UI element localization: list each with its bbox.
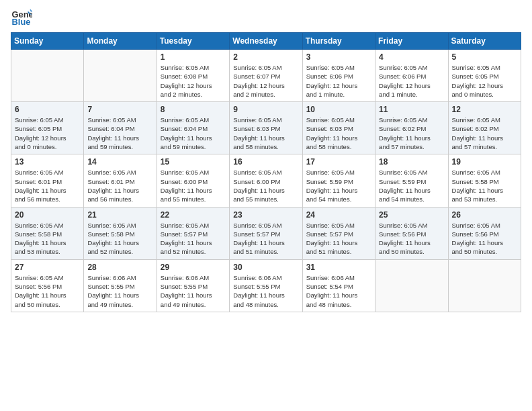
calendar-cell: 23Sunrise: 6:05 AM Sunset: 5:57 PM Dayli… bbox=[230, 207, 302, 259]
day-number: 5 bbox=[452, 52, 517, 62]
day-info: Sunrise: 6:05 AM Sunset: 5:59 PM Dayligh… bbox=[379, 168, 444, 203]
calendar-page: General Blue SundayMondayTuesdayWednesda… bbox=[0, 0, 532, 411]
calendar-cell: 8Sunrise: 6:05 AM Sunset: 6:04 PM Daylig… bbox=[157, 102, 229, 154]
calendar-cell: 9Sunrise: 6:05 AM Sunset: 6:03 PM Daylig… bbox=[230, 102, 302, 154]
day-number: 20 bbox=[15, 210, 80, 220]
day-number: 21 bbox=[87, 210, 152, 220]
day-info: Sunrise: 6:05 AM Sunset: 5:56 PM Dayligh… bbox=[15, 273, 80, 309]
calendar-cell: 25Sunrise: 6:05 AM Sunset: 5:56 PM Dayli… bbox=[375, 207, 448, 259]
calendar-cell bbox=[375, 259, 448, 312]
day-info: Sunrise: 6:05 AM Sunset: 6:02 PM Dayligh… bbox=[379, 116, 444, 151]
day-number: 30 bbox=[233, 263, 298, 272]
day-number: 18 bbox=[379, 157, 444, 167]
calendar-cell: 14Sunrise: 6:05 AM Sunset: 6:01 PM Dayli… bbox=[84, 154, 157, 207]
calendar-cell: 24Sunrise: 6:05 AM Sunset: 5:57 PM Dayli… bbox=[302, 207, 375, 259]
day-info: Sunrise: 6:05 AM Sunset: 6:06 PM Dayligh… bbox=[379, 63, 444, 99]
day-number: 9 bbox=[233, 105, 298, 114]
day-info: Sunrise: 6:05 AM Sunset: 6:04 PM Dayligh… bbox=[161, 116, 226, 151]
calendar-cell: 19Sunrise: 6:05 AM Sunset: 5:58 PM Dayli… bbox=[448, 154, 521, 207]
day-number: 2 bbox=[233, 52, 298, 62]
logo: General Blue bbox=[11, 7, 36, 28]
weekday-header-wednesday: Wednesday bbox=[230, 33, 302, 50]
calendar-cell bbox=[11, 50, 84, 102]
day-number: 7 bbox=[87, 105, 152, 114]
calendar-week-row: 20Sunrise: 6:05 AM Sunset: 5:58 PM Dayli… bbox=[11, 207, 521, 259]
logo-icon: General Blue bbox=[11, 7, 32, 28]
day-info: Sunrise: 6:05 AM Sunset: 6:05 PM Dayligh… bbox=[452, 63, 517, 99]
calendar-week-row: 1Sunrise: 6:05 AM Sunset: 6:08 PM Daylig… bbox=[11, 50, 521, 102]
calendar-table: SundayMondayTuesdayWednesdayThursdayFrid… bbox=[11, 32, 521, 312]
day-info: Sunrise: 6:05 AM Sunset: 6:06 PM Dayligh… bbox=[306, 63, 371, 99]
weekday-header-thursday: Thursday bbox=[302, 33, 375, 50]
calendar-cell: 27Sunrise: 6:05 AM Sunset: 5:56 PM Dayli… bbox=[11, 259, 84, 312]
weekday-header-monday: Monday bbox=[84, 33, 157, 50]
day-number: 17 bbox=[306, 157, 371, 167]
svg-text:Blue: Blue bbox=[12, 17, 31, 27]
day-info: Sunrise: 6:05 AM Sunset: 6:01 PM Dayligh… bbox=[15, 168, 80, 203]
day-number: 8 bbox=[161, 105, 226, 114]
calendar-cell: 1Sunrise: 6:05 AM Sunset: 6:08 PM Daylig… bbox=[157, 50, 229, 102]
weekday-header-sunday: Sunday bbox=[11, 33, 84, 50]
day-info: Sunrise: 6:05 AM Sunset: 5:56 PM Dayligh… bbox=[379, 221, 444, 257]
calendar-cell: 22Sunrise: 6:05 AM Sunset: 5:57 PM Dayli… bbox=[157, 207, 229, 259]
day-number: 28 bbox=[87, 263, 152, 272]
calendar-cell: 26Sunrise: 6:05 AM Sunset: 5:56 PM Dayli… bbox=[448, 207, 521, 259]
day-number: 13 bbox=[15, 157, 80, 167]
calendar-cell: 28Sunrise: 6:06 AM Sunset: 5:55 PM Dayli… bbox=[84, 259, 157, 312]
day-info: Sunrise: 6:05 AM Sunset: 6:00 PM Dayligh… bbox=[233, 168, 298, 203]
calendar-cell: 16Sunrise: 6:05 AM Sunset: 6:00 PM Dayli… bbox=[230, 154, 302, 207]
calendar-week-row: 6Sunrise: 6:05 AM Sunset: 6:05 PM Daylig… bbox=[11, 102, 521, 154]
day-number: 1 bbox=[161, 52, 226, 62]
day-info: Sunrise: 6:05 AM Sunset: 5:58 PM Dayligh… bbox=[87, 221, 152, 257]
day-number: 14 bbox=[87, 157, 152, 167]
calendar-cell: 18Sunrise: 6:05 AM Sunset: 5:59 PM Dayli… bbox=[375, 154, 448, 207]
day-info: Sunrise: 6:05 AM Sunset: 6:00 PM Dayligh… bbox=[161, 168, 226, 203]
calendar-cell bbox=[448, 259, 521, 312]
calendar-cell: 20Sunrise: 6:05 AM Sunset: 5:58 PM Dayli… bbox=[11, 207, 84, 259]
day-info: Sunrise: 6:05 AM Sunset: 5:57 PM Dayligh… bbox=[161, 221, 226, 257]
calendar-cell: 10Sunrise: 6:05 AM Sunset: 6:03 PM Dayli… bbox=[302, 102, 375, 154]
day-number: 26 bbox=[452, 210, 517, 220]
day-info: Sunrise: 6:05 AM Sunset: 6:05 PM Dayligh… bbox=[15, 116, 80, 151]
day-info: Sunrise: 6:05 AM Sunset: 6:03 PM Dayligh… bbox=[233, 116, 298, 151]
day-number: 12 bbox=[452, 105, 517, 114]
calendar-cell: 15Sunrise: 6:05 AM Sunset: 6:00 PM Dayli… bbox=[157, 154, 229, 207]
calendar-week-row: 27Sunrise: 6:05 AM Sunset: 5:56 PM Dayli… bbox=[11, 259, 521, 312]
day-number: 16 bbox=[233, 157, 298, 167]
day-info: Sunrise: 6:05 AM Sunset: 6:04 PM Dayligh… bbox=[87, 116, 152, 151]
calendar-cell: 5Sunrise: 6:05 AM Sunset: 6:05 PM Daylig… bbox=[448, 50, 521, 102]
day-info: Sunrise: 6:05 AM Sunset: 6:08 PM Dayligh… bbox=[161, 63, 226, 99]
calendar-cell: 7Sunrise: 6:05 AM Sunset: 6:04 PM Daylig… bbox=[84, 102, 157, 154]
calendar-cell: 31Sunrise: 6:06 AM Sunset: 5:54 PM Dayli… bbox=[302, 259, 375, 312]
day-info: Sunrise: 6:06 AM Sunset: 5:54 PM Dayligh… bbox=[306, 273, 371, 309]
day-number: 3 bbox=[306, 52, 371, 62]
calendar-cell: 21Sunrise: 6:05 AM Sunset: 5:58 PM Dayli… bbox=[84, 207, 157, 259]
weekday-header-saturday: Saturday bbox=[448, 33, 521, 50]
day-number: 29 bbox=[161, 263, 226, 272]
calendar-cell: 29Sunrise: 6:06 AM Sunset: 5:55 PM Dayli… bbox=[157, 259, 229, 312]
calendar-cell: 17Sunrise: 6:05 AM Sunset: 5:59 PM Dayli… bbox=[302, 154, 375, 207]
day-info: Sunrise: 6:06 AM Sunset: 5:55 PM Dayligh… bbox=[87, 273, 152, 309]
calendar-cell: 4Sunrise: 6:05 AM Sunset: 6:06 PM Daylig… bbox=[375, 50, 448, 102]
page-header: General Blue bbox=[11, 7, 521, 28]
calendar-cell: 6Sunrise: 6:05 AM Sunset: 6:05 PM Daylig… bbox=[11, 102, 84, 154]
day-number: 25 bbox=[379, 210, 444, 220]
day-number: 4 bbox=[379, 52, 444, 62]
day-number: 19 bbox=[452, 157, 517, 167]
day-info: Sunrise: 6:05 AM Sunset: 5:57 PM Dayligh… bbox=[306, 221, 371, 257]
weekday-header-friday: Friday bbox=[375, 33, 448, 50]
calendar-cell: 3Sunrise: 6:05 AM Sunset: 6:06 PM Daylig… bbox=[302, 50, 375, 102]
day-number: 15 bbox=[161, 157, 226, 167]
day-info: Sunrise: 6:05 AM Sunset: 5:56 PM Dayligh… bbox=[452, 221, 517, 257]
weekday-header-row: SundayMondayTuesdayWednesdayThursdayFrid… bbox=[11, 33, 521, 50]
day-number: 23 bbox=[233, 210, 298, 220]
calendar-cell: 11Sunrise: 6:05 AM Sunset: 6:02 PM Dayli… bbox=[375, 102, 448, 154]
day-number: 11 bbox=[379, 105, 444, 114]
day-info: Sunrise: 6:05 AM Sunset: 6:01 PM Dayligh… bbox=[87, 168, 152, 203]
day-info: Sunrise: 6:05 AM Sunset: 5:57 PM Dayligh… bbox=[233, 221, 298, 257]
day-info: Sunrise: 6:05 AM Sunset: 5:59 PM Dayligh… bbox=[306, 168, 371, 203]
day-info: Sunrise: 6:06 AM Sunset: 5:55 PM Dayligh… bbox=[161, 273, 226, 309]
weekday-header-tuesday: Tuesday bbox=[157, 33, 229, 50]
calendar-cell: 12Sunrise: 6:05 AM Sunset: 6:02 PM Dayli… bbox=[448, 102, 521, 154]
calendar-cell: 2Sunrise: 6:05 AM Sunset: 6:07 PM Daylig… bbox=[230, 50, 302, 102]
